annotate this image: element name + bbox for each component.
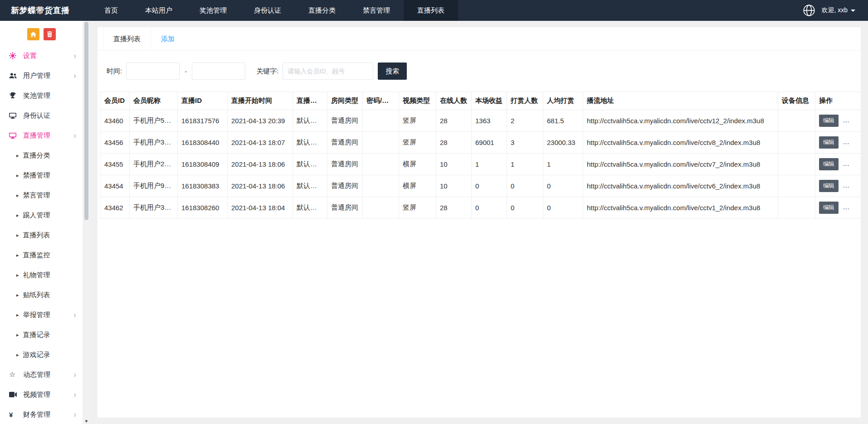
time-to-input[interactable] bbox=[192, 63, 245, 80]
cell-start-time: 2021-04-13 18:04 bbox=[228, 197, 293, 219]
sidebar-subitem-gift-manage[interactable]: ▸ 礼物管理 bbox=[0, 265, 83, 285]
sidebar-item-live-manage[interactable]: 直播管理 › bbox=[0, 125, 83, 145]
col-device-info: 设备信息 bbox=[778, 92, 815, 110]
chevron-right-icon: › bbox=[73, 52, 76, 60]
tab-bar: 直播列表 添加 bbox=[98, 27, 861, 51]
cell-online-count: 28 bbox=[436, 132, 472, 154]
home-button[interactable] bbox=[27, 28, 39, 40]
cell-password-price bbox=[363, 132, 399, 154]
time-from-input[interactable] bbox=[126, 63, 180, 80]
cell-room-type: 普通房间 bbox=[327, 132, 363, 154]
caret-right-icon: ▸ bbox=[16, 232, 19, 238]
cell-nickname: 手机用户3234 bbox=[130, 132, 178, 154]
cell-tipper-count: 0 bbox=[507, 175, 543, 197]
caret-right-icon: ▸ bbox=[16, 312, 19, 318]
edit-button[interactable]: 编辑 bbox=[819, 202, 839, 214]
caret-right-icon: ▸ bbox=[16, 352, 19, 358]
sidebar-subitem-sticker-list[interactable]: ▸ 贴纸列表 bbox=[0, 285, 83, 305]
sidebar-subitem-live-list[interactable]: ▸ 直播列表 bbox=[0, 225, 83, 245]
scrollbar-down-arrow-icon[interactable]: ▼ bbox=[83, 419, 90, 424]
live-monitor-icon bbox=[9, 132, 19, 139]
keyword-label: 关键字: bbox=[256, 67, 278, 76]
nav-item-live-category[interactable]: 直播分类 bbox=[295, 0, 349, 21]
nav-item-live-list[interactable]: 直播列表 bbox=[404, 0, 458, 21]
search-button[interactable]: 搜索 bbox=[378, 63, 407, 80]
cell-member-id: 43455 bbox=[101, 154, 130, 175]
edit-button[interactable]: 编辑 bbox=[819, 158, 839, 170]
caret-right-icon: ▸ bbox=[16, 332, 19, 338]
filter-bar: 时间: - 关键字: 搜索 bbox=[107, 63, 861, 80]
star-icon: ☆ bbox=[9, 371, 19, 378]
nav-item-prize-pool[interactable]: 奖池管理 bbox=[186, 0, 240, 21]
live-table-wrap: 会员ID 会员昵称 直播ID 直播开始时间 直播分类 房间类型 密码/价格 视频… bbox=[100, 92, 858, 219]
col-stream-url: 播流地址 bbox=[583, 92, 778, 110]
cell-avg-tip: 23000.33 bbox=[543, 132, 583, 154]
sidebar-subitem-game-records[interactable]: ▸ 游戏记录 bbox=[0, 345, 83, 365]
cell-device-info bbox=[778, 175, 815, 197]
cell-live-id: 1618308440 bbox=[178, 132, 228, 154]
table-row: 43456 手机用户3234 1618308440 2021-04-13 18:… bbox=[101, 132, 861, 154]
col-online-count: 在线人数 bbox=[436, 92, 472, 110]
tab-add[interactable]: 添加 bbox=[151, 27, 185, 50]
delete-button[interactable]: 删除 bbox=[843, 180, 861, 192]
trash-button[interactable] bbox=[44, 28, 56, 40]
sidebar-item-prize-pool[interactable]: 奖池管理 bbox=[0, 86, 83, 106]
caret-down-icon bbox=[851, 10, 855, 12]
cell-category: 默认分类 bbox=[293, 175, 327, 197]
edit-button[interactable]: 编辑 bbox=[819, 180, 839, 192]
cell-online-count: 10 bbox=[436, 175, 472, 197]
table-row: 43460 手机用户5555 1618317576 2021-04-13 20:… bbox=[101, 110, 861, 132]
nav-item-mute-manage[interactable]: 禁言管理 bbox=[349, 0, 404, 21]
table-row: 43462 手机用户3708 1618308260 2021-04-13 18:… bbox=[101, 197, 861, 219]
cell-nickname: 手机用户9079 bbox=[130, 175, 178, 197]
edit-button[interactable]: 编辑 bbox=[819, 136, 839, 149]
sidebar-subitem-mute-manage[interactable]: ▸ 禁言管理 bbox=[0, 185, 83, 205]
sidebar-item-dynamic-manage[interactable]: ☆ 动态管理 › bbox=[0, 365, 83, 385]
sidebar-subitem-live-monitor[interactable]: ▸ 直播监控 bbox=[0, 245, 83, 265]
cell-earnings: 69001 bbox=[472, 132, 507, 154]
sidebar-scrollbar-track[interactable]: ▼ bbox=[83, 21, 90, 424]
cell-online-count: 28 bbox=[436, 197, 472, 219]
nav-item-home[interactable]: 首页 bbox=[91, 0, 132, 21]
sidebar-item-identity[interactable]: 身份认证 bbox=[0, 106, 83, 125]
nav-item-identity[interactable]: 身份认证 bbox=[240, 0, 295, 21]
cell-password-price bbox=[363, 197, 399, 219]
cell-live-id: 1618317576 bbox=[178, 110, 228, 132]
cell-avg-tip: 681.5 bbox=[543, 110, 583, 132]
delete-button[interactable]: 删除 bbox=[843, 202, 861, 214]
content-card: 直播列表 添加 时间: - 关键字: 搜索 bbox=[98, 27, 861, 418]
nav-item-site-users[interactable]: 本站用户 bbox=[132, 0, 186, 21]
tab-live-list[interactable]: 直播列表 bbox=[103, 27, 151, 50]
edit-button[interactable]: 编辑 bbox=[819, 115, 839, 127]
cell-live-id: 1618308383 bbox=[178, 175, 228, 197]
time-label: 时间: bbox=[107, 67, 122, 76]
sidebar-item-label: 用户管理 bbox=[23, 72, 50, 80]
keyword-input[interactable] bbox=[283, 63, 373, 80]
trophy-icon bbox=[9, 92, 19, 99]
cell-video-type: 横屏 bbox=[399, 175, 436, 197]
cell-category: 默认分类 bbox=[293, 154, 327, 175]
sidebar-scrollbar-thumb[interactable] bbox=[84, 22, 88, 220]
user-menu[interactable]: 欢迎, xxb bbox=[821, 6, 855, 14]
sidebar-subitem-live-category[interactable]: ▸ 直播分类 bbox=[0, 145, 83, 165]
delete-button[interactable]: 删除 bbox=[843, 158, 861, 170]
delete-button[interactable]: 删除 bbox=[843, 115, 861, 127]
sidebar-subitem-kick-manage[interactable]: ▸ 踢人管理 bbox=[0, 205, 83, 225]
col-start-time: 直播开始时间 bbox=[228, 92, 293, 110]
delete-button[interactable]: 删除 bbox=[843, 136, 861, 149]
sidebar-item-user-manage[interactable]: 用户管理 › bbox=[0, 66, 83, 86]
cell-avg-tip: 0 bbox=[543, 197, 583, 219]
sidebar-item-finance-manage[interactable]: ¥ 财务管理 › bbox=[0, 405, 83, 424]
sidebar-item-settings[interactable]: 设置 › bbox=[0, 46, 83, 66]
cell-start-time: 2021-04-13 18:07 bbox=[228, 132, 293, 154]
sidebar-subitem-ban-broadcast[interactable]: ▸ 禁播管理 bbox=[0, 165, 83, 185]
col-password-price: 密码/价格 bbox=[363, 92, 399, 110]
globe-icon[interactable] bbox=[803, 4, 815, 17]
sidebar-subitem-live-records[interactable]: ▸ 直播记录 bbox=[0, 325, 83, 345]
cell-category: 默认分类 bbox=[293, 197, 327, 219]
cell-nickname: 手机用户5555 bbox=[130, 110, 178, 132]
sidebar-subitem-report-manage[interactable]: ▸ 举报管理 › bbox=[0, 305, 83, 325]
sidebar-item-video-manage[interactable]: 视频管理 › bbox=[0, 385, 83, 405]
cell-device-info bbox=[778, 154, 815, 175]
sidebar-item-label: 设置 bbox=[23, 52, 37, 60]
